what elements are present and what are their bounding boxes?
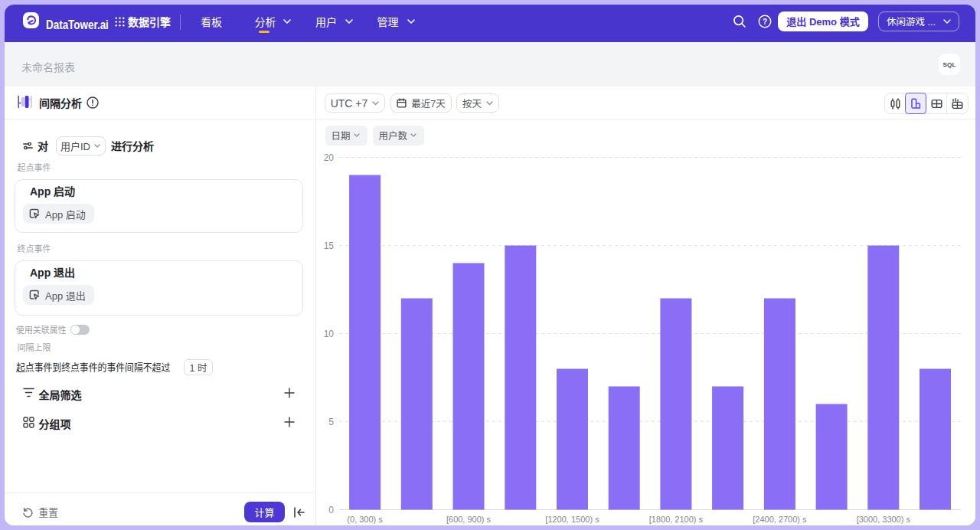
svg-text:?: ?	[763, 18, 767, 26]
svg-text:[2400, 2700) s: [2400, 2700) s	[753, 515, 807, 524]
svg-text:[1800, 2100) s: [1800, 2100) s	[649, 515, 704, 524]
svg-text:(0, 300) s: (0, 300) s	[347, 515, 383, 524]
svg-text:[3000, 3300) s: [3000, 3300) s	[857, 515, 911, 524]
svg-text:[1200, 1500) s: [1200, 1500) s	[545, 515, 599, 524]
svg-text:10: 10	[324, 329, 335, 339]
svg-text:5: 5	[328, 417, 334, 427]
svg-text:15: 15	[324, 240, 335, 251]
svg-text:0: 0	[328, 505, 334, 515]
svg-text:[600, 900) s: [600, 900) s	[446, 515, 492, 524]
svg-text:20: 20	[324, 152, 335, 163]
